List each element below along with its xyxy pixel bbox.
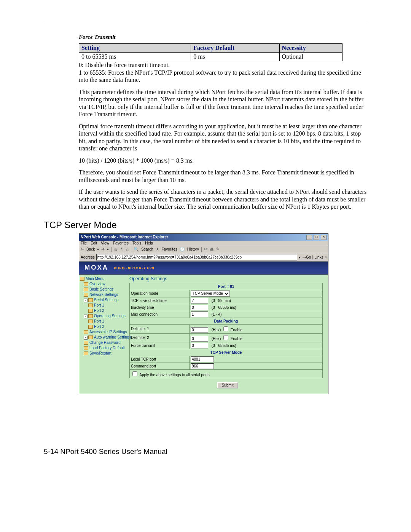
ie-menubar: File Edit View Favorites Tools Help <box>79 241 328 246</box>
para-therefore: Therefore, you should set Force Transmit… <box>79 169 369 184</box>
para-disable: 0: Disable the force transmit timeout. <box>79 61 369 69</box>
expand-icon[interactable]: + <box>84 336 88 340</box>
search-button[interactable]: Search <box>141 247 153 251</box>
print-icon[interactable]: 🖶 <box>210 247 214 252</box>
forward-dropdown[interactable]: ▾ <box>107 247 109 251</box>
menu-file[interactable]: File <box>81 241 87 245</box>
delim2-hex: (Hex) <box>212 337 221 341</box>
alive-hint: (0 - 99 min) <box>212 299 231 303</box>
tree-item[interactable]: Change Password <box>80 340 126 345</box>
collapse-icon[interactable]: - <box>84 299 88 302</box>
links-button[interactable]: Links » <box>312 255 327 259</box>
section-tcpserver: TCP Server Mode <box>130 349 323 356</box>
cmdport-label: Command port <box>130 363 190 369</box>
address-input[interactable] <box>96 254 297 260</box>
history-button[interactable]: History <box>187 247 199 251</box>
collapse-icon[interactable]: - <box>84 315 88 318</box>
ie-title: NPort Web Console - Microsoft Internet E… <box>81 235 168 239</box>
delim1-label: Delimiter 1 <box>130 324 190 333</box>
para-optimal: Optimal force transmit timeout differs a… <box>79 123 369 152</box>
form-pane: Operating Settings Port = 01 Operation m… <box>127 275 328 394</box>
section-port: Port = 01 <box>130 283 323 290</box>
address-dropdown[interactable]: ▾ <box>299 255 301 259</box>
inactivity-input[interactable] <box>191 305 208 310</box>
tree-item[interactable]: -Serial Settings <box>80 297 126 303</box>
td-necessity: Optional <box>279 53 342 61</box>
delim1-input[interactable] <box>191 327 208 333</box>
go-button[interactable]: 🡒Go <box>302 255 311 259</box>
delim2-enable[interactable] <box>223 335 228 340</box>
edit-icon[interactable]: ✎ <box>216 247 220 252</box>
delim2-input[interactable] <box>191 336 208 342</box>
stop-icon[interactable]: ⦻ <box>114 247 118 252</box>
menu-tools[interactable]: Tools <box>132 241 141 245</box>
mail-icon[interactable]: ✉ <box>204 247 207 252</box>
home-icon[interactable]: ⌂ <box>126 247 129 252</box>
alive-label: TCP alive check time <box>130 297 190 304</box>
tree-item[interactable]: Overview <box>80 281 126 287</box>
page-footer: 5-14 NPort 5400 Series User's Manual <box>44 447 367 456</box>
tree-item[interactable]: +Auto warning Settings <box>80 335 126 340</box>
tree-item[interactable]: Port 1 <box>80 319 126 324</box>
form-heading: Operating Settings <box>129 276 326 281</box>
tree-item[interactable]: Network Settings <box>80 292 126 297</box>
brand-logo: MOXA <box>84 264 108 272</box>
section-datapacking: Data Packing <box>130 318 323 324</box>
favorites-icon[interactable]: ★ <box>156 247 159 252</box>
address-label: Address <box>81 255 95 259</box>
menu-edit[interactable]: Edit <box>91 241 97 245</box>
tree-item[interactable]: Accessible IP Settings <box>80 329 126 335</box>
op-mode-select[interactable]: TCP Server Mode <box>191 291 230 297</box>
para-calc: 10 (bits) / 1200 (bits/s) * 1000 (ms/s) … <box>79 157 369 165</box>
tree-item[interactable]: Save/Restart <box>80 351 126 356</box>
tree-root[interactable]: Main Menu <box>80 276 126 281</box>
tree-item-label: Overview <box>84 282 105 286</box>
tree-item-label: Load Factory Default <box>84 346 125 350</box>
localtcp-input[interactable] <box>191 356 214 362</box>
tree-item-label: Port 2 <box>88 324 104 329</box>
forward-icon[interactable]: ➔ <box>101 247 105 252</box>
th-setting: Setting <box>79 44 191 53</box>
tree-item-label: Serial Settings <box>88 298 118 302</box>
search-icon[interactable]: 🔍 <box>134 247 139 252</box>
tree-item[interactable]: Basic Settings <box>80 287 126 292</box>
menu-view[interactable]: View <box>101 241 109 245</box>
tree-item-label: Save/Restart <box>84 351 112 355</box>
menu-help[interactable]: Help <box>145 241 153 245</box>
favorites-button[interactable]: Favorites <box>162 247 177 251</box>
banner: MOXA www.moxa.com <box>79 262 328 275</box>
param-title: Force Transmit <box>79 34 367 40</box>
minimize-icon[interactable]: _ <box>306 235 312 240</box>
maxconn-input[interactable] <box>191 312 208 317</box>
close-icon[interactable]: × <box>321 235 327 240</box>
cmdport-input[interactable] <box>191 363 214 369</box>
back-dropdown[interactable]: ▾ <box>97 247 99 251</box>
menu-fav[interactable]: Favorites <box>113 241 129 245</box>
history-icon[interactable]: 🕘 <box>180 247 185 252</box>
back-icon[interactable]: ⇦ <box>81 247 84 252</box>
maximize-icon[interactable]: □ <box>314 235 319 240</box>
delim1-enable[interactable] <box>223 326 228 331</box>
force-transmit-hint: (0 - 65535 ms) <box>212 343 236 348</box>
tree-item[interactable]: Port 2 <box>80 324 126 329</box>
nav-tree: Main Menu OverviewBasic SettingsNetwork … <box>79 275 127 394</box>
apply-all-checkbox[interactable] <box>132 371 137 376</box>
tree-item[interactable]: Port 2 <box>80 308 126 313</box>
delim2-enable-label: Enable <box>231 337 242 341</box>
apply-all-label: Apply the above settings to all serial p… <box>139 373 210 377</box>
tree-item[interactable]: -Operating Settings <box>80 313 126 319</box>
tree-item[interactable]: Port 1 <box>80 303 126 308</box>
td-setting: 0 to 65535 ms <box>79 53 191 61</box>
maxconn-hint: (1 - 4) <box>212 312 222 316</box>
brand-url: www.moxa.com <box>114 265 155 271</box>
back-button[interactable]: Back <box>86 247 95 251</box>
delim1-enable-label: Enable <box>231 328 242 332</box>
alive-input[interactable] <box>191 298 208 304</box>
refresh-icon[interactable]: ↻ <box>120 247 124 252</box>
force-transmit-input[interactable] <box>191 343 208 348</box>
para-range: 1 to 65535: Forces the NPort's TCP/IP pr… <box>79 69 369 84</box>
submit-button[interactable] <box>217 382 238 388</box>
tree-item[interactable]: Load Factory Default <box>80 345 126 351</box>
tree-item-label: Port 1 <box>88 303 104 307</box>
ie-toolbar: ⇦ Back ▾ ➔ ▾ ⦻ ↻ ⌂ 🔍 Search ★ Favorites … <box>79 246 328 253</box>
